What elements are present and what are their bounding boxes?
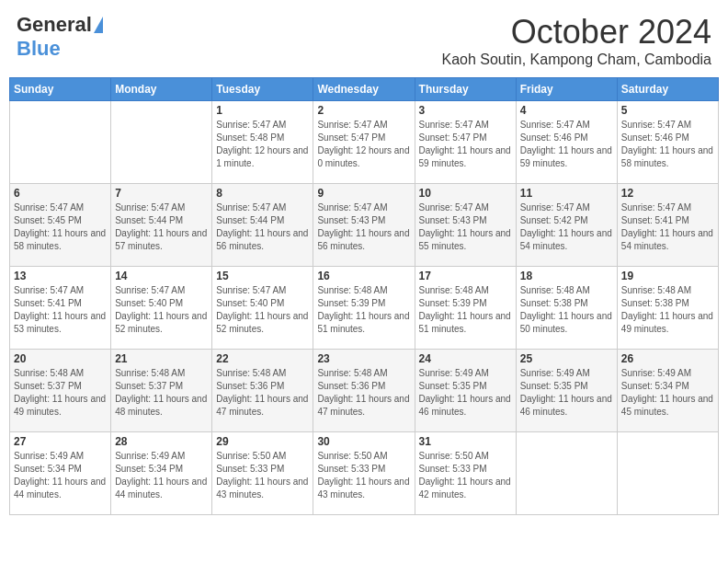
calendar-cell: 3Sunrise: 5:47 AM Sunset: 5:47 PM Daylig…	[415, 101, 516, 184]
day-info: Sunrise: 5:47 AM Sunset: 5:44 PM Dayligh…	[216, 201, 309, 253]
day-info: Sunrise: 5:47 AM Sunset: 5:45 PM Dayligh…	[14, 201, 107, 253]
day-info: Sunrise: 5:48 AM Sunset: 5:39 PM Dayligh…	[419, 284, 512, 336]
calendar-cell: 1Sunrise: 5:47 AM Sunset: 5:48 PM Daylig…	[212, 101, 313, 184]
calendar-cell	[617, 432, 718, 515]
calendar-cell: 15Sunrise: 5:47 AM Sunset: 5:40 PM Dayli…	[212, 267, 313, 350]
day-info: Sunrise: 5:49 AM Sunset: 5:35 PM Dayligh…	[520, 367, 613, 419]
logo: General Blue	[17, 13, 103, 61]
calendar-cell: 9Sunrise: 5:47 AM Sunset: 5:43 PM Daylig…	[313, 184, 415, 267]
day-info: Sunrise: 5:47 AM Sunset: 5:43 PM Dayligh…	[317, 201, 410, 253]
day-number: 22	[216, 352, 309, 365]
day-info: Sunrise: 5:47 AM Sunset: 5:47 PM Dayligh…	[419, 119, 512, 170]
day-info: Sunrise: 5:47 AM Sunset: 5:46 PM Dayligh…	[621, 119, 714, 170]
calendar-cell: 5Sunrise: 5:47 AM Sunset: 5:46 PM Daylig…	[617, 101, 718, 184]
location-subtitle: Kaoh Soutin, Kampong Cham, Cambodia	[441, 52, 711, 68]
calendar-cell	[516, 432, 617, 515]
calendar-cell: 11Sunrise: 5:47 AM Sunset: 5:42 PM Dayli…	[516, 184, 617, 267]
day-number: 11	[520, 187, 613, 200]
day-info: Sunrise: 5:48 AM Sunset: 5:38 PM Dayligh…	[520, 284, 613, 336]
day-number: 16	[317, 270, 410, 282]
day-info: Sunrise: 5:49 AM Sunset: 5:35 PM Dayligh…	[419, 367, 512, 419]
day-number: 17	[419, 270, 512, 282]
day-info: Sunrise: 5:48 AM Sunset: 5:39 PM Dayligh…	[317, 284, 410, 336]
logo-blue-text: Blue	[17, 37, 61, 61]
calendar-cell: 22Sunrise: 5:48 AM Sunset: 5:36 PM Dayli…	[212, 350, 313, 432]
day-info: Sunrise: 5:47 AM Sunset: 5:44 PM Dayligh…	[115, 201, 208, 253]
calendar-cell: 24Sunrise: 5:49 AM Sunset: 5:35 PM Dayli…	[415, 350, 516, 432]
day-number: 30	[317, 435, 410, 448]
day-info: Sunrise: 5:50 AM Sunset: 5:33 PM Dayligh…	[419, 450, 512, 501]
header-cell-tuesday: Tuesday	[212, 78, 313, 101]
calendar-cell: 7Sunrise: 5:47 AM Sunset: 5:44 PM Daylig…	[111, 184, 212, 267]
day-number: 19	[621, 270, 714, 282]
calendar-table: SundayMondayTuesdayWednesdayThursdayFrid…	[9, 77, 719, 515]
header-cell-friday: Friday	[516, 78, 617, 101]
day-number: 27	[14, 435, 107, 448]
calendar-week-2: 6Sunrise: 5:47 AM Sunset: 5:45 PM Daylig…	[10, 184, 719, 267]
header-cell-monday: Monday	[111, 78, 212, 101]
calendar-cell: 27Sunrise: 5:49 AM Sunset: 5:34 PM Dayli…	[10, 432, 111, 515]
calendar-cell: 14Sunrise: 5:47 AM Sunset: 5:40 PM Dayli…	[111, 267, 212, 350]
day-info: Sunrise: 5:48 AM Sunset: 5:36 PM Dayligh…	[317, 367, 410, 419]
day-info: Sunrise: 5:47 AM Sunset: 5:48 PM Dayligh…	[216, 119, 309, 170]
calendar-cell	[111, 101, 212, 184]
calendar-cell: 10Sunrise: 5:47 AM Sunset: 5:43 PM Dayli…	[415, 184, 516, 267]
calendar-cell: 26Sunrise: 5:49 AM Sunset: 5:34 PM Dayli…	[617, 350, 718, 432]
calendar-cell: 29Sunrise: 5:50 AM Sunset: 5:33 PM Dayli…	[212, 432, 313, 515]
day-number: 14	[115, 270, 208, 282]
calendar-cell: 19Sunrise: 5:48 AM Sunset: 5:38 PM Dayli…	[617, 267, 718, 350]
header-cell-wednesday: Wednesday	[313, 78, 415, 101]
day-info: Sunrise: 5:47 AM Sunset: 5:42 PM Dayligh…	[520, 201, 613, 253]
month-title: October 2024	[441, 13, 711, 52]
day-number: 24	[419, 352, 512, 365]
day-number: 28	[115, 435, 208, 448]
day-number: 23	[317, 352, 410, 365]
day-info: Sunrise: 5:49 AM Sunset: 5:34 PM Dayligh…	[14, 450, 107, 501]
calendar-cell: 2Sunrise: 5:47 AM Sunset: 5:47 PM Daylig…	[313, 101, 415, 184]
calendar-body: 1Sunrise: 5:47 AM Sunset: 5:48 PM Daylig…	[10, 101, 719, 515]
calendar-cell: 13Sunrise: 5:47 AM Sunset: 5:41 PM Dayli…	[10, 267, 111, 350]
day-number: 26	[621, 352, 714, 365]
day-number: 7	[115, 187, 208, 200]
day-number: 10	[419, 187, 512, 200]
calendar-cell: 23Sunrise: 5:48 AM Sunset: 5:36 PM Dayli…	[313, 350, 415, 432]
calendar-cell: 16Sunrise: 5:48 AM Sunset: 5:39 PM Dayli…	[313, 267, 415, 350]
header-cell-thursday: Thursday	[415, 78, 516, 101]
calendar-cell	[10, 101, 111, 184]
day-info: Sunrise: 5:47 AM Sunset: 5:40 PM Dayligh…	[115, 284, 208, 336]
day-number: 8	[216, 187, 309, 200]
day-number: 15	[216, 270, 309, 282]
header-cell-sunday: Sunday	[10, 78, 111, 101]
day-number: 3	[419, 104, 512, 117]
day-number: 1	[216, 104, 309, 117]
calendar-week-3: 13Sunrise: 5:47 AM Sunset: 5:41 PM Dayli…	[10, 267, 719, 350]
calendar-cell: 28Sunrise: 5:49 AM Sunset: 5:34 PM Dayli…	[111, 432, 212, 515]
day-info: Sunrise: 5:48 AM Sunset: 5:37 PM Dayligh…	[14, 367, 107, 419]
day-number: 12	[621, 187, 714, 200]
calendar-cell: 25Sunrise: 5:49 AM Sunset: 5:35 PM Dayli…	[516, 350, 617, 432]
calendar-week-5: 27Sunrise: 5:49 AM Sunset: 5:34 PM Dayli…	[10, 432, 719, 515]
calendar-cell: 30Sunrise: 5:50 AM Sunset: 5:33 PM Dayli…	[313, 432, 415, 515]
day-info: Sunrise: 5:47 AM Sunset: 5:46 PM Dayligh…	[520, 119, 613, 170]
day-number: 31	[419, 435, 512, 448]
calendar-cell: 6Sunrise: 5:47 AM Sunset: 5:45 PM Daylig…	[10, 184, 111, 267]
day-number: 6	[14, 187, 107, 200]
day-number: 20	[14, 352, 107, 365]
day-info: Sunrise: 5:47 AM Sunset: 5:41 PM Dayligh…	[621, 201, 714, 253]
day-info: Sunrise: 5:47 AM Sunset: 5:41 PM Dayligh…	[14, 284, 107, 336]
header-cell-saturday: Saturday	[617, 78, 718, 101]
day-number: 29	[216, 435, 309, 448]
day-info: Sunrise: 5:50 AM Sunset: 5:33 PM Dayligh…	[216, 450, 309, 501]
day-info: Sunrise: 5:47 AM Sunset: 5:40 PM Dayligh…	[216, 284, 309, 336]
title-area: October 2024 Kaoh Soutin, Kampong Cham, …	[441, 13, 711, 68]
calendar-cell: 18Sunrise: 5:48 AM Sunset: 5:38 PM Dayli…	[516, 267, 617, 350]
day-number: 4	[520, 104, 613, 117]
header: General Blue October 2024 Kaoh Soutin, K…	[9, 9, 719, 72]
day-number: 25	[520, 352, 613, 365]
calendar-cell: 12Sunrise: 5:47 AM Sunset: 5:41 PM Dayli…	[617, 184, 718, 267]
calendar-week-1: 1Sunrise: 5:47 AM Sunset: 5:48 PM Daylig…	[10, 101, 719, 184]
day-number: 9	[317, 187, 410, 200]
logo-general-text: General	[17, 13, 92, 37]
day-info: Sunrise: 5:47 AM Sunset: 5:47 PM Dayligh…	[317, 119, 410, 170]
day-info: Sunrise: 5:48 AM Sunset: 5:38 PM Dayligh…	[621, 284, 714, 336]
